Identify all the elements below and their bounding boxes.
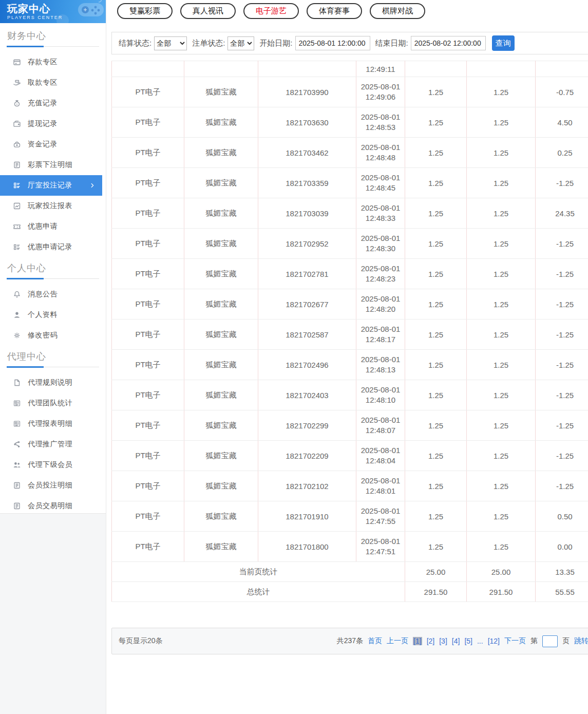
table-row: PT电子狐媚宝藏18217039902025-08-0112:49:061.25… [112, 77, 588, 107]
sidebar-item-彩票下注明细[interactable]: 彩票下注明细 [0, 155, 106, 175]
sidebar-item-厅室投注记录[interactable]: 厅室投注记录 [0, 175, 102, 196]
money-bag-icon [13, 99, 21, 107]
win-loss-cell: -1.25 [536, 320, 588, 350]
sidebar-item-会员交易明细[interactable]: 会员交易明细 [0, 496, 106, 516]
sidebar-item-代理规则说明[interactable]: 代理规则说明 [0, 372, 106, 393]
bet-time-cell: 2025-08-0112:48:01 [356, 471, 405, 501]
prev-page-link[interactable]: 上一页 [387, 636, 408, 646]
sidebar-item-存款专区[interactable]: 存款专区 [0, 52, 106, 72]
end-date-input[interactable] [411, 36, 486, 50]
sidebar-item-充值记录[interactable]: 充值记录 [0, 93, 106, 114]
table-row: PT电子狐媚宝藏18217018002025-08-0112:47:511.25… [112, 532, 588, 562]
valid-bet-cell: 1.25 [467, 501, 536, 532]
table-row: PT电子狐媚宝藏18217022092025-08-0112:48:041.25… [112, 441, 588, 471]
bet-time-cell: 2025-08-0112:49:06 [356, 77, 405, 107]
bet-time-cell: 2025-08-0112:48:17 [356, 320, 405, 350]
order-id-cell: 1821702209 [258, 441, 356, 471]
section-title: 财务中心 [0, 23, 106, 42]
bet-amount-cell: 1.25 [405, 320, 467, 350]
settle-status-select[interactable]: 全部 [154, 36, 187, 50]
valid-bet-cell: 1.25 [467, 441, 536, 471]
bet-amount-cell: 1.25 [405, 259, 467, 289]
valid-bet-cell: 1.25 [467, 410, 536, 441]
order-id-cell: 1821702952 [258, 229, 356, 259]
sidebar-item-玩家投注报表[interactable]: 玩家投注报表 [0, 196, 106, 216]
bet-time-cell: 2025-08-0112:47:55 [356, 501, 405, 532]
game-type-cell: PT电子 [112, 289, 184, 320]
chevron-right-icon [90, 182, 96, 189]
valid-bet-cell: 1.25 [467, 138, 536, 168]
sidebar-item-代理推广管理[interactable]: 代理推广管理 [0, 434, 106, 455]
sidebar-item-提现记录[interactable]: 提现记录 [0, 114, 106, 134]
valid-bet-cell: 1.25 [467, 532, 536, 562]
sidebar-item-取款专区[interactable]: 取款专区 [0, 72, 106, 93]
total-count-label: 共237条 [337, 636, 363, 646]
bet-amount-cell: 1.25 [405, 168, 467, 198]
win-loss-cell: 4.50 [536, 107, 588, 138]
win-loss-cell: -1.25 [536, 471, 588, 501]
page-summary-result: 13.35 [536, 562, 588, 582]
sidebar-item-优惠申请[interactable]: 优惠申请 [0, 216, 106, 237]
sidebar-item-代理下级会员[interactable]: 代理下级会员 [0, 455, 106, 475]
win-loss-cell: -1.25 [536, 168, 588, 198]
first-page-link[interactable]: 首页 [368, 636, 382, 646]
game-name-cell: 狐媚宝藏 [184, 471, 258, 501]
valid-bet-cell: 1.25 [467, 168, 536, 198]
section-divider [7, 46, 99, 47]
table-row: PT电子狐媚宝藏18217034622025-08-0112:48:481.25… [112, 138, 588, 168]
game-name-cell: 狐媚宝藏 [184, 532, 258, 562]
sidebar-item-label: 充值记录 [28, 99, 58, 108]
order-status-label: 注单状态: [192, 39, 225, 48]
sidebar-item-会员投注明细[interactable]: 会员投注明细 [0, 475, 106, 496]
jump-suffix-label: 页 [562, 636, 570, 646]
page-summary-valid: 25.00 [467, 562, 536, 582]
sidebar-item-label: 代理报表明细 [28, 419, 72, 428]
table-row: PT电子狐媚宝藏18217024962025-08-0112:48:131.25… [112, 350, 588, 380]
sidebar-card: 玩家中心 PLAYERS CENTER 财务中心存款专区取款专区充值记录提现记录… [0, 0, 106, 514]
next-page-link[interactable]: 下一页 [504, 636, 526, 646]
total-summary-row: 总统计 291.50 291.50 55.55 [112, 582, 588, 602]
sidebar-item-label: 彩票下注明细 [28, 160, 72, 170]
share-icon [13, 440, 21, 448]
jump-button[interactable]: 跳转 [574, 636, 588, 646]
sidebar-item-消息公告[interactable]: 消息公告 [0, 284, 106, 305]
sidebar-item-代理报表明细[interactable]: 代理报表明细 [0, 414, 106, 434]
sidebar-item-label: 厅室投注记录 [28, 181, 72, 190]
order-id-cell: 1821703359 [258, 168, 356, 198]
start-date-input[interactable] [295, 36, 370, 50]
tab-体育赛事[interactable]: 体育赛事 [307, 3, 362, 19]
page-link-[5][interactable]: [5] [464, 637, 472, 645]
search-button[interactable]: 查询 [492, 35, 515, 51]
tab-真人视讯[interactable]: 真人视讯 [180, 3, 236, 19]
sidebar-item-修改密码[interactable]: 修改密码 [0, 325, 106, 346]
page-link-[12][interactable]: [12] [488, 637, 500, 645]
users-icon [13, 461, 21, 469]
page-link-[2][interactable]: [2] [427, 637, 435, 645]
tab-棋牌对战[interactable]: 棋牌对战 [370, 3, 425, 19]
tab-雙赢彩票[interactable]: 雙赢彩票 [117, 3, 173, 19]
pagination-bar: 每页显示20条 共237条 首页 上一页 [1][2][3][4][5]...[… [111, 628, 588, 654]
page-link-[1][interactable]: [1] [413, 637, 422, 645]
sidebar-item-label: 代理团队统计 [28, 399, 72, 408]
table-row: PT电子狐媚宝藏18217030392025-08-0112:48:331.25… [112, 198, 588, 229]
table-row: PT电子狐媚宝藏18217025872025-08-0112:48:171.25… [112, 320, 588, 350]
gear-icon [13, 331, 21, 340]
table-row: PT电子狐媚宝藏18217024032025-08-0112:48:101.25… [112, 380, 588, 410]
order-status-select[interactable]: 全部 [227, 36, 254, 50]
sidebar-item-label: 会员交易明细 [28, 501, 72, 511]
order-id-cell: 1821702496 [258, 350, 356, 380]
page-link-[4][interactable]: [4] [452, 637, 460, 645]
game-type-cell: PT电子 [112, 198, 184, 229]
page-link-[3][interactable]: [3] [439, 637, 447, 645]
win-loss-cell: -0.75 [536, 77, 588, 107]
valid-bet-cell: 1.25 [467, 350, 536, 380]
tab-电子游艺[interactable]: 电子游艺 [243, 3, 299, 19]
sidebar-item-代理团队统计[interactable]: 代理团队统计 [0, 393, 106, 414]
sidebar-item-优惠申请记录[interactable]: 优惠申请记录 [0, 237, 106, 257]
page-jump-input[interactable] [542, 635, 558, 647]
page-summary-label: 当前页统计 [112, 562, 405, 582]
sidebar-item-个人资料[interactable]: 个人资料 [0, 305, 106, 325]
sidebar-item-资金记录[interactable]: 资金记录 [0, 134, 106, 155]
game-type-cell: PT电子 [112, 229, 184, 259]
valid-bet-cell: 1.25 [467, 259, 536, 289]
